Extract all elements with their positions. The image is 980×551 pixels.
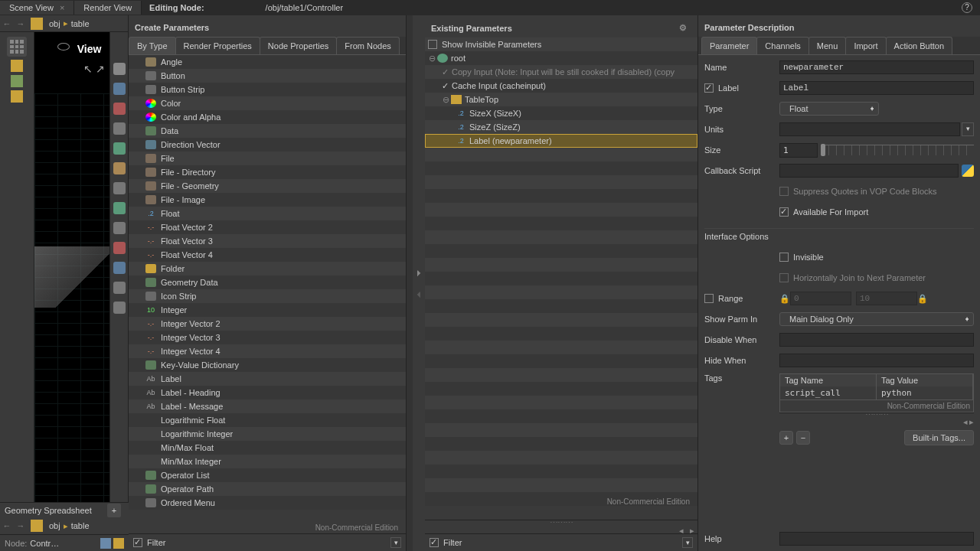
drag-handle[interactable]	[425, 520, 697, 526]
tool-icon[interactable]	[113, 202, 126, 214]
lock-icon[interactable]	[113, 83, 126, 95]
select-icon[interactable]	[113, 63, 126, 75]
tag-value-cell[interactable]: python	[877, 386, 973, 399]
param-type-row[interactable]: 10Integer	[129, 303, 406, 317]
viewport-3d[interactable]: ↖↗ View y	[34, 32, 110, 551]
lock-icon[interactable]: 🔒	[779, 294, 790, 304]
param-type-row[interactable]: Button	[129, 69, 406, 83]
range-hi-field[interactable]	[856, 292, 917, 305]
name-field[interactable]	[779, 60, 974, 74]
avail-import-checkbox[interactable]	[779, 207, 789, 217]
filter-checkbox[interactable]	[430, 538, 439, 547]
tool-icon[interactable]	[113, 162, 126, 174]
hjoin-checkbox[interactable]	[779, 273, 789, 282]
param-type-row[interactable]: Logarithmic Integer	[129, 427, 406, 441]
param-type-row[interactable]: -.-Integer Vector 2	[129, 317, 406, 331]
param-type-row[interactable]: Min/Max Integer	[129, 455, 406, 468]
param-type-row[interactable]: -.-Integer Vector 4	[129, 344, 406, 358]
param-type-row[interactable]: Folder	[129, 262, 406, 276]
hide-field[interactable]	[779, 354, 974, 367]
help-icon[interactable]: ?	[962, 2, 972, 13]
param-type-row[interactable]: Data	[129, 124, 406, 138]
tab-by-type[interactable]: By Type	[129, 37, 176, 54]
param-type-row[interactable]: Ordered Menu	[129, 496, 406, 510]
grid-snap-icon[interactable]	[7, 37, 27, 57]
range-checkbox[interactable]	[704, 294, 714, 303]
range-lo-field[interactable]	[790, 292, 851, 305]
param-type-row[interactable]: Color	[129, 96, 406, 110]
folder-icon[interactable]	[31, 520, 43, 532]
param-type-row[interactable]: -.-Integer Vector 3	[129, 331, 406, 344]
param-type-row[interactable]: Button Strip	[129, 83, 406, 96]
tool-icon[interactable]	[11, 60, 23, 72]
tab-parameter[interactable]: Parameter	[701, 37, 757, 54]
tab-action-button[interactable]: Action Button	[886, 37, 952, 54]
handle-icon[interactable]: ↖	[83, 63, 93, 75]
crumb-obj[interactable]: obj	[46, 19, 64, 28]
node-icon[interactable]	[100, 538, 111, 549]
tab-from-nodes[interactable]: From Nodes	[336, 37, 400, 54]
param-type-row[interactable]: -.-Float Vector 2	[129, 220, 406, 234]
collapse-icon[interactable]: ⊖	[428, 54, 436, 64]
crumb-table[interactable]: table	[68, 19, 93, 28]
tool-icon[interactable]	[113, 182, 126, 194]
label-checkbox[interactable]	[704, 83, 714, 93]
tags-table[interactable]: Tag NameTag Value script_callpython Non-…	[779, 373, 974, 412]
tab-import[interactable]: Import	[845, 37, 886, 54]
tool-icon[interactable]	[113, 242, 126, 254]
node-value[interactable]: Contr…	[30, 539, 59, 548]
move-left-icon[interactable]: ⏴	[413, 289, 425, 298]
param-type-row[interactable]: Direction Vector	[129, 138, 406, 152]
tab-channels[interactable]: Channels	[756, 37, 808, 54]
python-icon[interactable]	[962, 165, 974, 177]
show-invisible-checkbox[interactable]	[428, 40, 437, 49]
units-dropdown[interactable]: ▾	[962, 122, 974, 136]
param-type-row[interactable]: Operator Path	[129, 482, 406, 496]
add-tab-button[interactable]: +	[107, 504, 121, 517]
tab-render-props[interactable]: Render Properties	[175, 37, 260, 54]
tree-copy-input[interactable]: Copy Input (Note: Input will be still co…	[452, 67, 675, 77]
tab-menu[interactable]: Menu	[808, 37, 847, 54]
param-type-row[interactable]: -.-Float Vector 3	[129, 234, 406, 248]
tab-scene-view[interactable]: Scene View	[0, 1, 74, 15]
tree-sizex[interactable]: SizeX (SizeX)	[469, 109, 521, 118]
param-type-row[interactable]: Color and Alpha	[129, 110, 406, 124]
showin-select[interactable]: Main Dialog Only	[779, 312, 974, 326]
units-field[interactable]	[779, 122, 960, 136]
param-type-row[interactable]: File	[129, 152, 406, 165]
nav-back-icon[interactable]: ←	[0, 521, 14, 530]
size-slider[interactable]	[821, 145, 974, 155]
tool-icon[interactable]	[113, 302, 126, 314]
tool-icon[interactable]	[11, 75, 23, 87]
filter-input[interactable]	[147, 538, 390, 547]
filter-input[interactable]	[443, 538, 682, 547]
nav-fwd-icon[interactable]: →	[14, 19, 28, 28]
tool-icon[interactable]	[113, 122, 126, 135]
param-type-row[interactable]: Angle	[129, 55, 406, 69]
param-type-row[interactable]: -.-Float Vector 4	[129, 248, 406, 262]
param-type-row[interactable]: Min/Max Float	[129, 441, 406, 455]
suppress-checkbox[interactable]	[779, 187, 789, 196]
param-type-row[interactable]: Operator List	[129, 468, 406, 482]
collapse-icon[interactable]: ⊖	[442, 95, 449, 105]
param-type-row[interactable]: Key-Value Dictionary	[129, 358, 406, 372]
node-icon[interactable]	[113, 538, 124, 549]
param-type-row[interactable]: File - Image	[129, 193, 406, 207]
param-type-row[interactable]: File - Directory	[129, 165, 406, 179]
type-select[interactable]: Float	[779, 102, 879, 116]
tab-render-view[interactable]: Render View	[74, 1, 142, 15]
size-value[interactable]: 1	[779, 143, 818, 158]
builtin-tags-button[interactable]: Built-in Tags...	[904, 430, 974, 445]
tab-geometry-spreadsheet[interactable]: Geometry Spreadsheet	[5, 506, 92, 515]
param-type-row[interactable]: Geometry Data	[129, 276, 406, 289]
remove-tag-button[interactable]: −	[796, 431, 810, 445]
handle-icon[interactable]: ↗	[96, 63, 105, 75]
param-type-row[interactable]: AbLabel	[129, 372, 406, 386]
param-type-row[interactable]: AbLabel - Heading	[129, 386, 406, 399]
crumb-table[interactable]: table	[68, 521, 93, 530]
tool-icon[interactable]	[11, 90, 23, 103]
nav-back-icon[interactable]: ←	[0, 19, 14, 28]
param-type-row[interactable]: .2Float	[129, 207, 406, 220]
tree-label-newparam[interactable]: Label (newparameter)	[469, 136, 552, 145]
disable-field[interactable]	[779, 333, 974, 347]
